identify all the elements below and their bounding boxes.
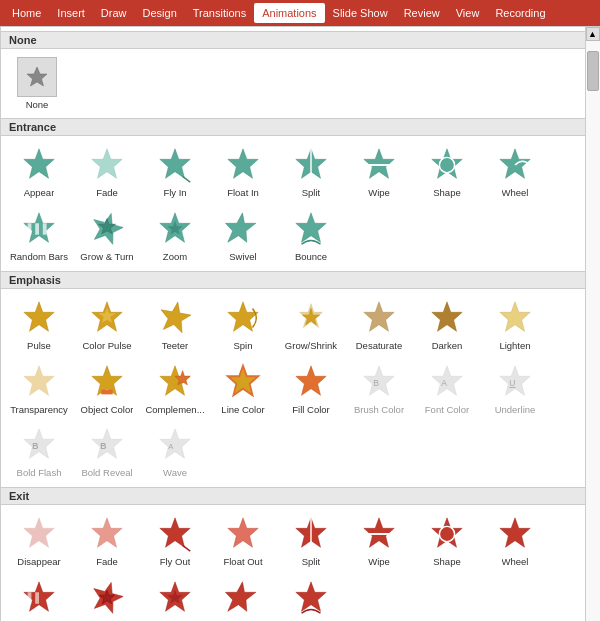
anim-split[interactable]: Split [277,140,345,203]
object-color-label: Object Color [81,404,134,415]
fade-exit-label: Fade [96,556,118,567]
spin-icon [223,298,263,338]
anim-transparency[interactable]: Transparency [5,357,73,420]
menu-design[interactable]: Design [135,3,185,23]
anim-fade-exit[interactable]: Fade [73,509,141,572]
anim-shape[interactable]: Shape [413,140,481,203]
menu-animations[interactable]: Animations [254,3,324,23]
anim-zoom[interactable]: Zoom [141,204,209,267]
anim-zoom-exit[interactable]: Zoom [141,573,209,621]
anim-random-bars-exit[interactable]: Random Bars [5,573,73,621]
menu-transitions[interactable]: Transitions [185,3,254,23]
appear-icon [19,145,59,185]
lighten-icon [495,298,535,338]
menu-recording[interactable]: Recording [487,3,553,23]
wipe-icon [359,145,399,185]
anim-bold-flash[interactable]: B Bold Flash [5,420,73,483]
menu-bar: Home Insert Draw Design Transitions Anim… [0,0,600,26]
svg-marker-72 [296,582,326,611]
desaturate-label: Desaturate [356,340,402,351]
anim-line-color[interactable]: Line Color [209,357,277,420]
shape-label: Shape [433,187,460,198]
svg-marker-8 [364,149,394,178]
anim-bounce-exit[interactable]: Bounce [277,573,345,621]
anim-lighten[interactable]: Lighten [481,293,549,356]
anim-shape-exit[interactable]: Shape [413,509,481,572]
svg-marker-33 [24,365,54,394]
anim-shrink-turn[interactable]: Shrink & Tu... [73,573,141,621]
anim-random-bars[interactable]: Random Bars [5,204,73,267]
anim-bold-reveal[interactable]: B Bold Reveal [73,420,141,483]
anim-pulse[interactable]: Pulse [5,293,73,356]
svg-rect-35 [101,389,112,394]
darken-label: Darken [432,340,463,351]
svg-marker-0 [27,67,47,86]
anim-float-out[interactable]: Float Out [209,509,277,572]
grow-turn-icon [87,209,127,249]
anim-split-exit[interactable]: Split [277,509,345,572]
menu-insert[interactable]: Insert [49,3,93,23]
menu-review[interactable]: Review [396,3,448,23]
anim-fill-color[interactable]: Fill Color [277,357,345,420]
none-label: None [26,99,49,110]
anim-fade[interactable]: Fade [73,140,141,203]
anim-swivel[interactable]: Swivel [209,204,277,267]
none-icon [17,57,57,97]
anim-swivel-exit[interactable]: Swivel [209,573,277,621]
bounce-label: Bounce [295,251,327,262]
wheel-exit-icon [495,514,535,554]
anim-darken[interactable]: Darken [413,293,481,356]
anim-wipe[interactable]: Wipe [345,140,413,203]
anim-appear[interactable]: Appear [5,140,73,203]
anim-complement[interactable]: Complemen... [141,357,209,420]
float-in-icon [223,145,263,185]
anim-disappear[interactable]: Disappear [5,509,73,572]
object-color-icon [87,362,127,402]
anim-wheel-exit[interactable]: Wheel [481,509,549,572]
anim-brush-color[interactable]: B Brush Color [345,357,413,420]
disappear-label: Disappear [17,556,60,567]
anim-underline[interactable]: U Underline [481,357,549,420]
wave-label: Wave [163,467,187,478]
anim-desaturate[interactable]: Desaturate [345,293,413,356]
svg-marker-59 [364,518,394,547]
anim-color-pulse[interactable]: Color Pulse [73,293,141,356]
fill-color-icon [291,362,331,402]
anim-grow-shrink[interactable]: Grow/Shrink [277,293,345,356]
exit-section-header: Exit [1,487,599,505]
menu-home[interactable]: Home [4,3,49,23]
scroll-thumb[interactable] [587,51,599,91]
svg-marker-31 [432,302,462,331]
svg-marker-39 [296,365,326,394]
anim-spin[interactable]: Spin [209,293,277,356]
anim-fly-out[interactable]: Fly Out [141,509,209,572]
svg-marker-52 [24,518,54,547]
svg-marker-71 [224,582,258,611]
grow-turn-label: Grow & Turn [80,251,133,262]
anim-teeter[interactable]: Teeter [141,293,209,356]
anim-bounce[interactable]: Bounce [277,204,345,267]
scroll-track[interactable] [586,41,600,621]
fly-out-icon [155,514,195,554]
split-icon [291,145,331,185]
menu-slideshow[interactable]: Slide Show [325,3,396,23]
scrollbar[interactable]: ▲ ▼ [585,27,599,621]
anim-wave[interactable]: A Wave [141,420,209,483]
menu-view[interactable]: View [448,3,488,23]
fade-icon [87,145,127,185]
anim-fly-in[interactable]: Fly In [141,140,209,203]
svg-marker-10 [432,149,462,178]
anim-font-color[interactable]: A Font Color [413,357,481,420]
anim-wipe-exit[interactable]: Wipe [345,509,413,572]
scroll-up-button[interactable]: ▲ [586,27,600,41]
bold-reveal-label: Bold Reveal [81,467,132,478]
anim-wheel[interactable]: Wheel [481,140,549,203]
anim-none[interactable]: None [7,53,67,114]
float-out-icon [223,514,263,554]
anim-float-in[interactable]: Float In [209,140,277,203]
menu-draw[interactable]: Draw [93,3,135,23]
anim-grow-turn[interactable]: Grow & Turn [73,204,141,267]
grow-shrink-icon [291,298,331,338]
anim-object-color[interactable]: Object Color [73,357,141,420]
color-pulse-label: Color Pulse [82,340,131,351]
